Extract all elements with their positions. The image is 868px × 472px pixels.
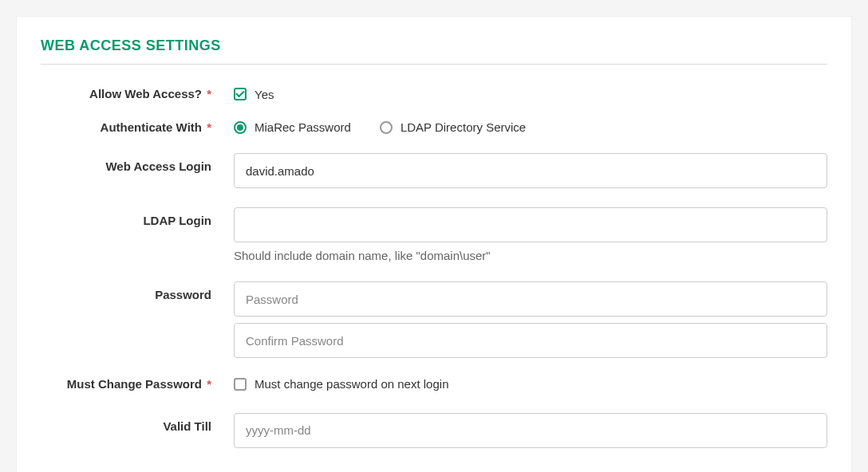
row-authenticate-with: Authenticate With * MiaRec Password LDAP… <box>41 120 827 134</box>
required-star: * <box>203 87 211 100</box>
radio-miarec-password[interactable]: MiaRec Password <box>234 120 351 134</box>
radio-ldap-directory-service[interactable]: LDAP Directory Service <box>380 120 526 134</box>
label-web-access-login: Web Access Login <box>41 153 234 173</box>
must-change-password-checkbox[interactable]: Must change password on next login <box>234 377 448 391</box>
valid-till-input[interactable] <box>234 413 827 448</box>
required-star: * <box>203 377 211 391</box>
label-password: Password <box>41 281 234 301</box>
confirm-password-input[interactable] <box>234 323 827 358</box>
required-star: * <box>203 120 211 134</box>
label-allow-web-access: Allow Web Access? * <box>41 87 234 100</box>
authenticate-with-radiogroup: MiaRec Password LDAP Directory Service <box>234 120 827 134</box>
allow-web-access-checkbox[interactable]: Yes <box>234 88 274 101</box>
label-must-change-password: Must Change Password * <box>41 377 234 391</box>
ldap-login-input[interactable] <box>234 207 827 242</box>
checkbox-icon <box>234 378 247 391</box>
web-access-login-input[interactable] <box>234 153 827 188</box>
label-authenticate-with: Authenticate With * <box>41 120 234 134</box>
row-must-change-password: Must Change Password * Must change passw… <box>41 377 827 394</box>
row-allow-web-access: Allow Web Access? * Yes <box>41 87 827 101</box>
radio-icon <box>234 121 247 134</box>
radio-icon <box>380 121 393 134</box>
row-ldap-login: LDAP Login Should include domain name, l… <box>41 207 827 262</box>
checkbox-icon <box>234 88 247 100</box>
ldap-login-help: Should include domain name, like "domain… <box>234 249 827 262</box>
label-ldap-login: LDAP Login <box>41 207 234 227</box>
allow-web-access-text: Yes <box>254 88 274 101</box>
password-input[interactable] <box>234 281 827 317</box>
row-valid-till: Valid Till <box>41 413 827 448</box>
section-title: WEB ACCESS SETTINGS <box>41 17 827 65</box>
must-change-password-text: Must change password on next login <box>254 377 448 391</box>
settings-card: WEB ACCESS SETTINGS Allow Web Access? * … <box>16 16 852 472</box>
radio-miarec-label: MiaRec Password <box>254 120 351 134</box>
row-password: Password <box>41 281 827 358</box>
label-valid-till: Valid Till <box>41 413 234 433</box>
radio-ldap-label: LDAP Directory Service <box>400 120 526 134</box>
row-web-access-login: Web Access Login <box>41 153 827 188</box>
